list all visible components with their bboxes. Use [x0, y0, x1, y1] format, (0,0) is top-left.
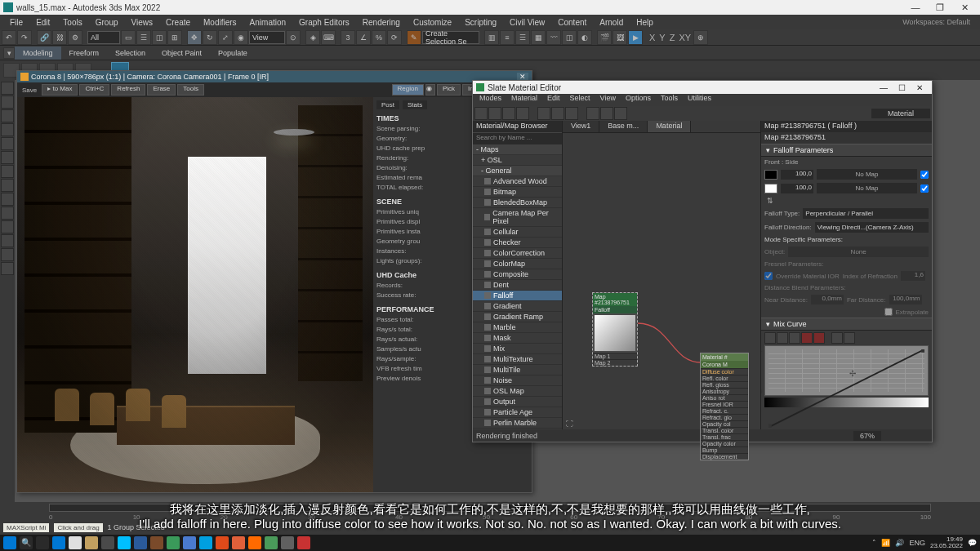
- amount2-spinner[interactable]: 100,0: [781, 184, 813, 193]
- pick-button[interactable]: Pick: [437, 84, 461, 96]
- ribbon-tab-modeling[interactable]: Modeling: [15, 47, 61, 60]
- select-name-button[interactable]: ☰: [136, 30, 151, 45]
- region-opt-button[interactable]: ◉: [425, 84, 435, 96]
- slate-assign-button[interactable]: [488, 107, 501, 120]
- menu-civilview[interactable]: Civil View: [503, 18, 551, 27]
- menu-modifiers[interactable]: Modifiers: [197, 18, 243, 27]
- node-slot-2[interactable]: Map 2: [593, 359, 637, 366]
- tree-item-multitile[interactable]: MultiTile: [473, 365, 562, 375]
- render-setup-button[interactable]: 🎬: [597, 30, 612, 45]
- menu-file[interactable]: File: [3, 18, 29, 27]
- tree-osl[interactable]: + OSL: [473, 155, 562, 166]
- schematic-button[interactable]: ◫: [562, 30, 577, 45]
- workspaces-dropdown[interactable]: Workspaces: Default: [896, 18, 977, 26]
- taskbar-app-6[interactable]: [150, 536, 163, 549]
- menu-tools[interactable]: Tools: [56, 18, 88, 27]
- matnode-slot[interactable]: Refract. glo: [701, 414, 748, 420]
- slate-pick-button[interactable]: [474, 107, 488, 120]
- menu-rendering[interactable]: Rendering: [356, 18, 407, 27]
- tree-item-colormap[interactable]: ColorMap: [473, 259, 562, 269]
- left-tool-9[interactable]: [1, 193, 14, 206]
- vfb-tools-button[interactable]: Tools: [177, 84, 204, 96]
- color2-swatch[interactable]: [764, 184, 777, 193]
- view-tab-3[interactable]: Material: [648, 121, 691, 132]
- pivot-button[interactable]: ⊙: [286, 30, 301, 45]
- save-button[interactable]: Save: [19, 87, 40, 94]
- map1-enable[interactable]: [920, 171, 929, 179]
- scale-button[interactable]: ⤢: [218, 30, 233, 45]
- left-tool-14[interactable]: [1, 262, 14, 275]
- slate-menu-utilities[interactable]: Utilities: [683, 94, 716, 106]
- ref-coord-dropdown[interactable]: View: [249, 31, 285, 44]
- left-tool-6[interactable]: [1, 151, 14, 164]
- menu-animation[interactable]: Animation: [243, 18, 292, 27]
- undo-button[interactable]: ↶: [2, 30, 16, 45]
- matnode-slot[interactable]: Aniso rot: [701, 394, 748, 401]
- taskbar-app-4[interactable]: [118, 536, 131, 549]
- left-tool-8[interactable]: [1, 179, 14, 192]
- link-button[interactable]: 🔗: [37, 30, 51, 45]
- mixcurve-graph[interactable]: ✢ 1 0: [764, 345, 929, 396]
- menu-views[interactable]: Views: [125, 18, 160, 27]
- left-tool-2[interactable]: [1, 96, 14, 109]
- start-button[interactable]: [3, 536, 16, 549]
- menu-help[interactable]: Help: [630, 18, 660, 27]
- taskbar-app-1[interactable]: [69, 536, 82, 549]
- slate-nav2[interactable]: [894, 431, 906, 441]
- render-frame-button[interactable]: 🖼: [612, 30, 627, 45]
- named-selection-dropdown[interactable]: Create Selection Se: [422, 31, 479, 44]
- slate-hide-button[interactable]: [551, 107, 564, 120]
- close-button[interactable]: ✕: [952, 2, 977, 13]
- left-tool-10[interactable]: [1, 207, 14, 220]
- slate-zoom[interactable]: 67%: [853, 431, 881, 441]
- matnode-slot[interactable]: Opacity col: [701, 420, 748, 427]
- percent-snap-button[interactable]: %: [372, 30, 386, 45]
- vfb-tab-post[interactable]: Post: [376, 100, 399, 109]
- curve-corner-button[interactable]: [844, 332, 855, 344]
- tree-item-bitmap[interactable]: Bitmap: [473, 187, 562, 198]
- slate-maximize[interactable]: ☐: [893, 83, 911, 92]
- map2-enable[interactable]: [920, 184, 929, 193]
- tree-item-mix[interactable]: Mix: [473, 344, 562, 354]
- tree-item-osl-map[interactable]: OSL Map: [473, 386, 562, 397]
- curve-add-button[interactable]: [789, 332, 800, 344]
- left-tool-13[interactable]: [1, 248, 14, 261]
- color1-swatch[interactable]: [764, 170, 777, 180]
- material-editor-button[interactable]: ◐: [577, 30, 592, 45]
- tree-item-particle-age[interactable]: Particle Age: [473, 407, 562, 418]
- matnode-slot[interactable]: Opacity color: [701, 440, 748, 447]
- left-tool-12[interactable]: [1, 234, 14, 247]
- menu-content[interactable]: Content: [551, 18, 593, 27]
- tree-item-dent[interactable]: Dent: [473, 280, 562, 291]
- falloff-dir-dropdown[interactable]: Viewing Directi...(Camera Z-Axis): [815, 222, 929, 233]
- taskbar-app-12[interactable]: [248, 536, 261, 549]
- left-tool-3[interactable]: [1, 109, 14, 122]
- taskbar-app-15[interactable]: [297, 536, 310, 549]
- taskbar-app-2[interactable]: [85, 536, 98, 549]
- left-tool-7[interactable]: [1, 165, 14, 178]
- tree-item-mask[interactable]: Mask: [473, 333, 562, 344]
- spinner-snap-button[interactable]: ⟳: [387, 30, 402, 45]
- matnode-slot[interactable]: Bump: [701, 447, 748, 453]
- axis-z[interactable]: Z: [668, 33, 677, 42]
- tree-item-colorcorrection[interactable]: ColorCorrection: [473, 248, 562, 259]
- mixcurve-rollout[interactable]: ▾Mix Curve: [761, 318, 932, 331]
- slate-delete-button[interactable]: [502, 107, 515, 120]
- falloff-node[interactable]: Map #2138796751 Falloff Map 1 Map 2: [592, 292, 638, 367]
- slate-titlebar[interactable]: Slate Material Editor — ☐ ✕: [473, 81, 932, 94]
- slate-show-button[interactable]: [565, 107, 578, 120]
- erase-button[interactable]: Erase: [147, 84, 176, 96]
- node-slot-1[interactable]: Map 1: [593, 353, 637, 359]
- slate-layout-button[interactable]: [537, 107, 550, 120]
- redo-button[interactable]: ↷: [17, 30, 32, 45]
- taskbar-app-14[interactable]: [281, 536, 294, 549]
- slate-sample-button[interactable]: [600, 107, 613, 120]
- slate-menu-view[interactable]: View: [595, 94, 621, 106]
- select-region-button[interactable]: ◫: [152, 30, 167, 45]
- taskview-icon[interactable]: [36, 536, 49, 549]
- tray-clock[interactable]: 19:49 23.05.2022: [930, 536, 963, 549]
- slate-preview-button[interactable]: [586, 107, 599, 120]
- layers-button[interactable]: ☰: [515, 30, 530, 45]
- tree-item-noise[interactable]: Noise: [473, 375, 562, 386]
- curve-scale-button[interactable]: [777, 332, 788, 344]
